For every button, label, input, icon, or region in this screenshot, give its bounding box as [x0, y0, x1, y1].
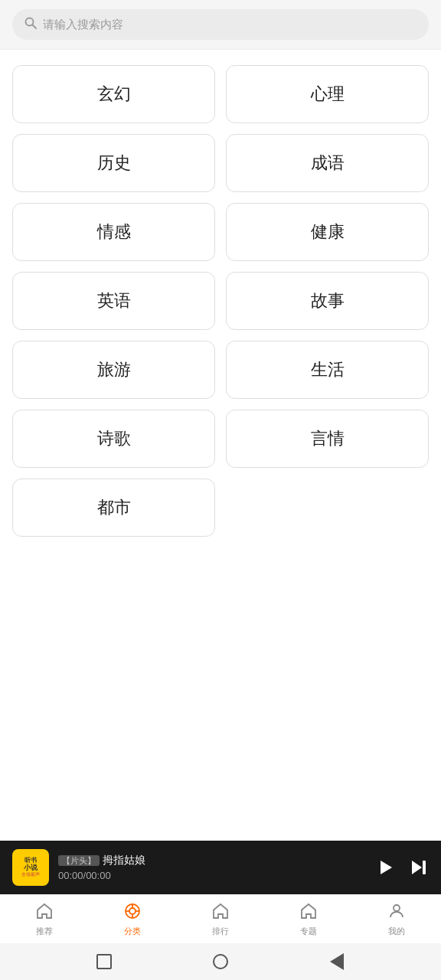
player-time: 00:00/00:00 — [58, 870, 366, 881]
category-jiankang[interactable]: 健康 — [226, 203, 429, 261]
sys-home-button[interactable] — [211, 952, 230, 971]
svg-line-1 — [33, 25, 37, 29]
system-nav — [0, 943, 441, 980]
player-album: 听书 小说 全场最声 — [12, 849, 49, 886]
categories-row-7: 都市 — [12, 479, 429, 537]
category-yanqing[interactable]: 言情 — [226, 410, 429, 468]
categories-row-4: 英语 故事 — [12, 272, 429, 330]
square-icon — [96, 954, 112, 969]
play-button[interactable] — [375, 858, 395, 877]
svg-rect-4 — [423, 861, 426, 874]
nav-item-recommend[interactable]: 推荐 — [0, 897, 88, 942]
album-text2: 小说 — [24, 864, 38, 872]
categories-row-6: 诗歌 言情 — [12, 410, 429, 468]
category-gushi[interactable]: 故事 — [226, 272, 429, 330]
category-yingyu[interactable]: 英语 — [12, 272, 215, 330]
search-icon — [24, 17, 37, 32]
category-shenghuo[interactable]: 生活 — [226, 341, 429, 399]
player-info: 【片头】拇指姑娘 00:00/00:00 — [58, 854, 366, 881]
svg-point-6 — [129, 908, 136, 914]
user-icon — [387, 902, 406, 923]
special-icon — [299, 902, 318, 923]
sys-square-button[interactable] — [95, 952, 113, 971]
svg-point-11 — [394, 905, 400, 911]
nav-label-special: 专题 — [300, 926, 317, 937]
player-controls — [375, 858, 429, 877]
nav-label-rank: 排行 — [212, 926, 229, 937]
categories-row-1: 玄幻 心理 — [12, 65, 429, 123]
categories-row-3: 情感 健康 — [12, 203, 429, 261]
category-luyou[interactable]: 旅游 — [12, 341, 215, 399]
circle-icon — [213, 954, 228, 969]
search-input-wrapper[interactable]: 请输入搜索内容 — [12, 9, 429, 40]
album-text3: 全场最声 — [21, 872, 40, 877]
svg-marker-3 — [412, 861, 422, 874]
next-button[interactable] — [409, 858, 429, 877]
sys-back-button[interactable] — [328, 952, 346, 971]
category-shige[interactable]: 诗歌 — [12, 410, 215, 468]
search-bar: 请输入搜索内容 — [0, 0, 441, 50]
player-bar: 听书 小说 全场最声 【片头】拇指姑娘 00:00/00:00 — [0, 841, 441, 894]
nav-label-category: 分类 — [124, 926, 141, 937]
nav-label-mine: 我的 — [388, 926, 405, 937]
nav-item-rank[interactable]: 排行 — [176, 897, 264, 942]
category-dushi[interactable]: 都市 — [12, 479, 215, 537]
category-chengyu[interactable]: 成语 — [226, 134, 429, 192]
category-xuanhuan[interactable]: 玄幻 — [12, 65, 215, 123]
player-title: 【片头】拇指姑娘 — [58, 854, 366, 867]
nav-item-special[interactable]: 专题 — [265, 897, 353, 942]
rank-icon — [211, 902, 230, 923]
triangle-icon — [330, 953, 344, 970]
categories-container: 玄幻 心理 历史 成语 情感 健康 英语 故事 旅游 生活 诗歌 言情 都市 — [0, 50, 441, 841]
bottom-nav: 推荐 分类 排行 专题 — [0, 894, 441, 943]
svg-marker-2 — [381, 861, 392, 874]
category-xinli[interactable]: 心理 — [226, 65, 429, 123]
home-icon — [35, 902, 54, 923]
nav-label-recommend: 推荐 — [36, 926, 53, 937]
player-tag: 【片头】 — [58, 855, 100, 866]
categories-row-5: 旅游 生活 — [12, 341, 429, 399]
nav-item-category[interactable]: 分类 — [88, 897, 176, 942]
nav-item-mine[interactable]: 我的 — [353, 897, 441, 942]
category-icon — [123, 902, 142, 923]
category-qinggan[interactable]: 情感 — [12, 203, 215, 261]
categories-row-2: 历史 成语 — [12, 134, 429, 192]
search-placeholder: 请输入搜索内容 — [43, 18, 123, 32]
category-lishi[interactable]: 历史 — [12, 134, 215, 192]
